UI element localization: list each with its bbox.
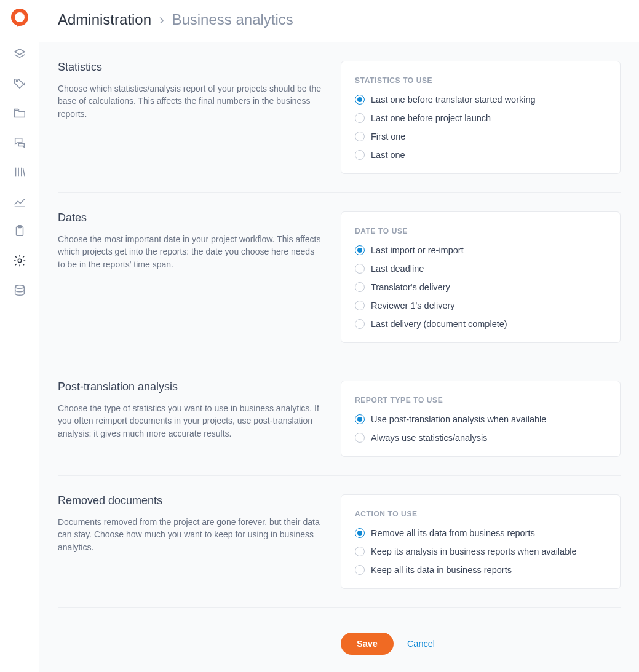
radio-icon bbox=[355, 245, 365, 255]
radio-icon bbox=[355, 565, 365, 575]
radio-option[interactable]: Last one bbox=[355, 150, 606, 160]
radio-label: Translator's delivery bbox=[371, 282, 450, 292]
cancel-button[interactable]: Cancel bbox=[407, 639, 435, 649]
form-actions: Save Cancel bbox=[58, 627, 621, 655]
section-desc: Choose the most important date in your p… bbox=[58, 233, 322, 271]
breadcrumb: Administration › Business analytics bbox=[58, 11, 621, 28]
app-logo[interactable] bbox=[11, 9, 28, 26]
gear-icon[interactable] bbox=[12, 253, 27, 268]
chat-icon[interactable] bbox=[12, 135, 27, 150]
radio-label: Reviewer 1's delivery bbox=[371, 301, 455, 310]
clipboard-icon[interactable] bbox=[12, 224, 27, 239]
section-pta: Post-translation analysis Choose the typ… bbox=[58, 381, 621, 476]
radio-option[interactable]: Reviewer 1's delivery bbox=[355, 301, 606, 310]
section-title: Post-translation analysis bbox=[58, 381, 322, 393]
tag-icon[interactable] bbox=[12, 76, 27, 91]
radio-label: Last one before project launch bbox=[371, 113, 491, 123]
database-icon[interactable] bbox=[12, 283, 27, 298]
radio-icon bbox=[355, 319, 365, 329]
svg-marker-0 bbox=[14, 49, 25, 55]
radio-icon bbox=[355, 547, 365, 556]
radio-icon bbox=[355, 301, 365, 310]
radio-icon bbox=[355, 113, 365, 123]
radio-icon bbox=[355, 132, 365, 141]
section-title: Removed documents bbox=[58, 494, 322, 507]
card-pta: Report type to use Use post-translation … bbox=[341, 381, 621, 457]
card-dates: Date to use Last import or re-importLast… bbox=[341, 211, 621, 343]
breadcrumb-root[interactable]: Administration bbox=[58, 11, 151, 28]
chevron-right-icon: › bbox=[159, 11, 164, 28]
save-button[interactable]: Save bbox=[341, 633, 394, 655]
radio-icon bbox=[355, 150, 365, 160]
card-label: Report type to use bbox=[355, 396, 606, 405]
section-title: Dates bbox=[58, 211, 322, 224]
radio-option[interactable]: Always use statistics/analysis bbox=[355, 433, 606, 443]
content-area: Statistics Choose which statistics/analy… bbox=[39, 42, 639, 672]
layers-icon[interactable] bbox=[12, 47, 27, 61]
radio-label: Last one bbox=[371, 150, 405, 160]
radio-option[interactable]: Translator's delivery bbox=[355, 282, 606, 292]
radio-option[interactable]: Use post-translation analysis when avail… bbox=[355, 414, 606, 424]
radio-icon bbox=[355, 264, 365, 274]
card-label: Date to use bbox=[355, 227, 606, 235]
sidebar bbox=[0, 0, 39, 672]
page-header: Administration › Business analytics bbox=[39, 0, 639, 42]
radio-option[interactable]: Last delivery (document complete) bbox=[355, 319, 606, 329]
svg-line-5 bbox=[23, 168, 25, 177]
radio-icon bbox=[355, 528, 365, 538]
main-content: Administration › Business analytics Stat… bbox=[39, 0, 639, 672]
section-desc: Choose which statistics/analysis report … bbox=[58, 82, 322, 120]
card-label: Statistics to use bbox=[355, 76, 606, 85]
folder-icon[interactable] bbox=[12, 106, 27, 121]
svg-point-9 bbox=[18, 259, 22, 263]
radio-icon bbox=[355, 282, 365, 292]
radio-option[interactable]: Last deadline bbox=[355, 264, 606, 274]
radio-option[interactable]: Remove all its data from business report… bbox=[355, 528, 606, 538]
card-removed: Action to use Remove all its data from b… bbox=[341, 494, 621, 589]
radio-label: Last deadline bbox=[371, 264, 424, 274]
radio-option[interactable]: First one bbox=[355, 132, 606, 141]
breadcrumb-current: Business analytics bbox=[172, 11, 293, 28]
svg-point-10 bbox=[15, 285, 24, 289]
radio-label: Use post-translation analysis when avail… bbox=[371, 414, 546, 424]
radio-icon bbox=[355, 414, 365, 424]
chart-icon[interactable] bbox=[12, 194, 27, 209]
radio-label: Always use statistics/analysis bbox=[371, 433, 487, 443]
radio-label: Remove all its data from business report… bbox=[371, 528, 535, 538]
radio-label: Keep all its data in business reports bbox=[371, 565, 512, 575]
card-label: Action to use bbox=[355, 510, 606, 518]
radio-option[interactable]: Keep all its data in business reports bbox=[355, 565, 606, 575]
library-icon[interactable] bbox=[12, 165, 27, 180]
radio-label: First one bbox=[371, 132, 405, 141]
radio-icon bbox=[355, 433, 365, 443]
section-desc: Choose the type of statistics you want t… bbox=[58, 402, 322, 440]
radio-option[interactable]: Last import or re-import bbox=[355, 245, 606, 255]
radio-option[interactable]: Last one before translator started worki… bbox=[355, 95, 606, 105]
section-title: Statistics bbox=[58, 61, 322, 74]
radio-label: Keep its analysis in business reports wh… bbox=[371, 547, 577, 556]
section-statistics: Statistics Choose which statistics/analy… bbox=[58, 61, 621, 193]
section-removed: Removed documents Documents removed from… bbox=[58, 494, 621, 608]
radio-option[interactable]: Keep its analysis in business reports wh… bbox=[355, 547, 606, 556]
card-statistics: Statistics to use Last one before transl… bbox=[341, 61, 621, 174]
radio-option[interactable]: Last one before project launch bbox=[355, 113, 606, 123]
radio-icon bbox=[355, 95, 365, 105]
radio-label: Last one before translator started worki… bbox=[371, 95, 536, 105]
radio-label: Last delivery (document complete) bbox=[371, 319, 507, 329]
section-dates: Dates Choose the most important date in … bbox=[58, 211, 621, 362]
section-desc: Documents removed from the project are g… bbox=[58, 516, 322, 553]
radio-label: Last import or re-import bbox=[371, 245, 464, 255]
svg-point-1 bbox=[16, 80, 17, 81]
